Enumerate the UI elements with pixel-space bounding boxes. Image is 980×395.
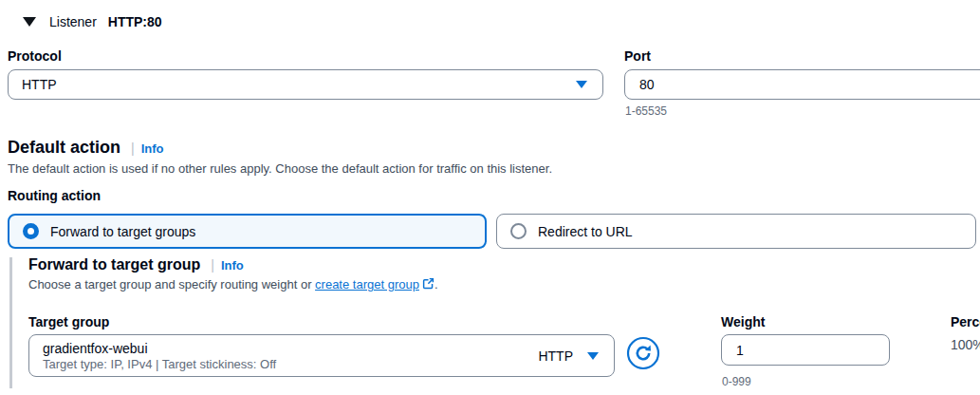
routing-option-redirect-label: Redirect to URL (538, 224, 633, 239)
radio-unselected-icon[interactable] (510, 223, 527, 239)
target-group-details: Target type: IP, IPv4 | Target stickines… (43, 357, 276, 372)
refresh-target-groups-button[interactable] (626, 336, 660, 370)
target-group-select[interactable]: gradientfox-webui Target type: IP, IPv4 … (28, 334, 615, 377)
external-link-icon[interactable] (422, 277, 435, 292)
forward-description-prefix: Choose a target group and specify routin… (28, 277, 315, 292)
collapse-caret-icon[interactable] (23, 17, 36, 27)
port-label: Port (624, 48, 651, 64)
weight-constraint: 0-999 (722, 375, 751, 388)
section-indent-bar (9, 257, 12, 388)
routing-option-forward[interactable]: Forward to target groups (8, 214, 487, 249)
target-group-name: gradientfox-webui (43, 340, 276, 357)
listener-configuration-panel: Listener HTTP:80 Protocol HTTP Port 1-65… (0, 0, 980, 395)
forward-section-description: Choose a target group and specify routin… (28, 277, 438, 292)
refresh-icon (626, 359, 660, 373)
weight-label: Weight (721, 314, 765, 329)
heading-divider: | (211, 257, 214, 273)
forward-description-suffix: . (435, 277, 438, 292)
forward-info-link[interactable]: Info (221, 258, 244, 273)
default-action-heading-row: Default action | Info (8, 138, 163, 158)
chevron-down-icon (587, 352, 599, 360)
listener-section-header[interactable]: Listener HTTP:80 (23, 14, 162, 29)
default-action-info-link[interactable]: Info (141, 141, 164, 156)
listener-label: Listener (49, 14, 97, 29)
listener-value: HTTP:80 (108, 14, 162, 29)
radio-selected-icon[interactable] (23, 223, 39, 239)
protocol-label: Protocol (8, 48, 62, 64)
port-input[interactable] (624, 69, 980, 100)
routing-option-forward-label: Forward to target groups (50, 224, 195, 239)
default-action-title: Default action (8, 138, 120, 158)
weight-input[interactable] (721, 334, 890, 366)
protocol-selected-value: HTTP (22, 77, 57, 92)
percentage-label: Percentage (951, 314, 980, 329)
create-target-group-link[interactable]: create target group (315, 277, 419, 292)
target-group-label: Target group (28, 314, 109, 329)
port-constraint: 1-65535 (625, 104, 667, 118)
forward-section-title: Forward to target group (28, 256, 200, 273)
routing-action-label: Routing action (8, 188, 101, 203)
routing-option-redirect[interactable]: Redirect to URL (496, 214, 976, 249)
heading-divider: | (131, 141, 135, 156)
percentage-value: 100% (951, 337, 980, 352)
target-group-protocol: HTTP (538, 348, 573, 364)
forward-heading-row: Forward to target group | Info (28, 256, 244, 273)
default-action-description: The default action is used if no other r… (8, 161, 552, 176)
protocol-select[interactable]: HTTP (8, 69, 603, 100)
chevron-down-icon (576, 81, 587, 88)
